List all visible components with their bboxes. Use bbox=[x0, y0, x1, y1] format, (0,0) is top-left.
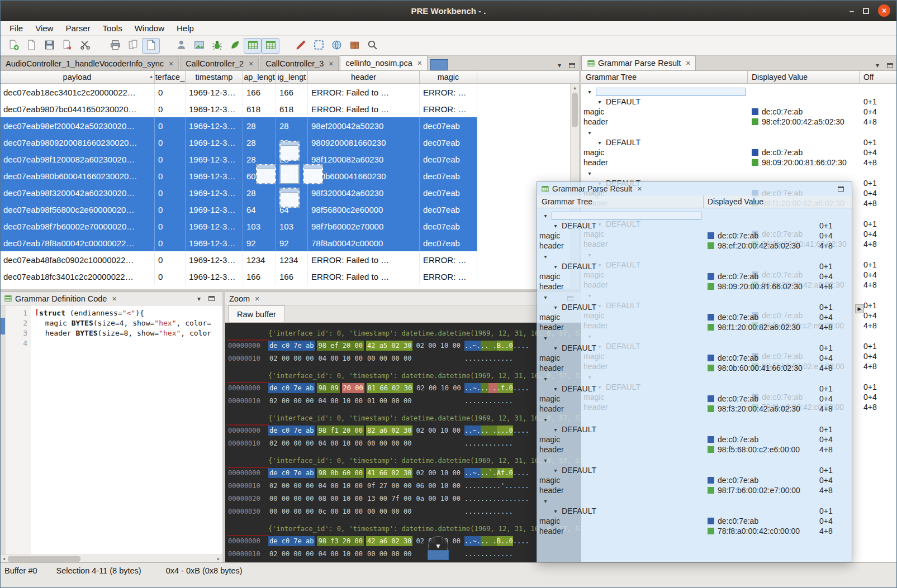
chevron-down-icon[interactable]: ▾ bbox=[542, 417, 549, 423]
copy-button[interactable] bbox=[124, 38, 142, 54]
hex-line[interactable]: 00000000de c0 7e ab98 f3 20 0042 a6 02 3… bbox=[225, 536, 581, 548]
panel-menu-button[interactable]: ▾ bbox=[194, 294, 204, 304]
tab-audiocontroller-1-handlevocoderinfo-sync[interactable]: AudioController_1_handleVocoderInfo_sync… bbox=[0, 56, 179, 70]
debug-ant-button[interactable] bbox=[208, 38, 226, 54]
tree-field-row-magic[interactable]: magicde:c0:7e:ab0+4 bbox=[537, 516, 852, 526]
tree-toggle-row[interactable]: ▾ bbox=[581, 168, 897, 178]
tree-node-row[interactable]: ▾DEFAULT0+1 bbox=[537, 261, 852, 271]
tree-field-row-header[interactable]: header98:f5:68:00:c2:e6:00:004+8 bbox=[537, 444, 852, 455]
hex-line[interactable]: 00000000de c0 7e ab98 0920 0081 66 02 30… bbox=[225, 383, 581, 395]
close-button[interactable]: × bbox=[878, 4, 890, 17]
tree-toggle-row[interactable]: ▾ bbox=[537, 414, 852, 424]
selection-frame-button[interactable] bbox=[310, 38, 328, 54]
save-button[interactable] bbox=[40, 38, 58, 54]
chevron-down-icon[interactable]: ▾ bbox=[542, 498, 549, 504]
code-editor[interactable]: 1234 struct (endianness="<"){ magic BYTE… bbox=[0, 305, 222, 555]
chevron-down-icon[interactable]: ▾ bbox=[586, 89, 594, 95]
code-line[interactable]: struct (endianness="<"){ bbox=[36, 308, 211, 318]
tree-toggle-row[interactable]: ▾ bbox=[537, 251, 852, 261]
print-button[interactable] bbox=[106, 38, 124, 54]
code-line[interactable]: header BYTES(size=8, show="hex", color bbox=[36, 328, 211, 338]
table-row[interactable]: dec07eab48fa8c0902c10000022…01969-12-3…1… bbox=[0, 251, 579, 268]
tree-node-row[interactable]: ▾DEFAULT0+1 bbox=[537, 343, 852, 353]
chevron-down-icon[interactable]: ▾ bbox=[542, 213, 549, 219]
maximize-button[interactable] bbox=[863, 8, 869, 14]
search-button[interactable] bbox=[363, 38, 381, 54]
hex-line[interactable]: 0000002000 00 00 0008 00 10 0013 00 7f 0… bbox=[225, 493, 581, 506]
table-row[interactable]: dec07eab98f7b60002e70000020…01969-12-3…1… bbox=[0, 218, 579, 235]
tree-toggle-row[interactable]: ▾ bbox=[581, 127, 897, 137]
tree-field-row-magic[interactable]: magicde:c0:7e:ab0+4 bbox=[537, 271, 852, 281]
tree-field-row-header[interactable]: header98:f7:b6:00:02:e7:00:004+8 bbox=[537, 485, 852, 495]
zoom-panel-header[interactable]: Zoom × bbox=[225, 292, 581, 305]
code-line[interactable]: magic BYTES(size=4, show="hex", color= bbox=[36, 318, 211, 328]
dock-target-bottom[interactable] bbox=[279, 188, 300, 208]
menu-help[interactable]: Help bbox=[170, 22, 200, 34]
hex-line[interactable]: 0000001002 00 00 0004 00 10 0000 00 00 0… bbox=[225, 438, 581, 451]
tab-raw-buffer[interactable]: Raw buffer bbox=[228, 305, 285, 322]
tree-node-row[interactable]: ▾DEFAULT0+1 bbox=[581, 137, 897, 147]
toggle-preview-button[interactable] bbox=[142, 38, 160, 54]
tree-node-row[interactable]: ▾DEFAULT0+1 bbox=[581, 97, 897, 107]
chevron-down-icon[interactable]: ▾ bbox=[596, 99, 604, 105]
tree-toggle-row[interactable]: ▾ bbox=[537, 333, 852, 343]
close-icon[interactable]: × bbox=[249, 59, 253, 68]
chevron-down-icon[interactable]: ▾ bbox=[586, 130, 594, 136]
dock-target-top[interactable] bbox=[279, 141, 300, 161]
column-header-timestamp[interactable]: timestamp bbox=[186, 71, 243, 83]
chevron-down-icon[interactable]: ▾ bbox=[542, 294, 549, 300]
tree-node-row[interactable]: ▾DEFAULT0+1 bbox=[537, 221, 852, 231]
column-header-header[interactable]: header bbox=[308, 71, 420, 83]
chevron-down-icon[interactable]: ▾ bbox=[552, 304, 559, 310]
menu-file[interactable]: File bbox=[3, 22, 29, 34]
tree-field-row-header[interactable]: header98:f3:20:00:42:a6:02:304+8 bbox=[537, 404, 852, 414]
hex-line[interactable]: 0000001002 00 00 0004 00 10 0000 00 00 0… bbox=[225, 548, 581, 561]
hex-view[interactable]: {'interface_id': 0, 'timestamp': datetim… bbox=[225, 323, 581, 563]
column-header-ap-lengt[interactable]: ap_lengt bbox=[243, 71, 276, 83]
hex-line[interactable]: 00000000de c0 7e ab98 f1 20 0082 a6 02 3… bbox=[225, 425, 581, 438]
tab-menu-button[interactable]: ▾ bbox=[554, 60, 564, 70]
open-file-button[interactable] bbox=[22, 38, 40, 54]
tree-node-row[interactable]: ▾DEFAULT0+1 bbox=[537, 424, 852, 434]
table-view-button[interactable] bbox=[244, 38, 262, 54]
tree-field-row-header[interactable]: header98:0b:60:00:41:66:02:304+8 bbox=[537, 363, 852, 373]
run-grammar-button[interactable] bbox=[226, 38, 244, 54]
scroll-right-button[interactable]: ▶ bbox=[855, 304, 864, 313]
chevron-down-icon[interactable]: ▾ bbox=[552, 427, 559, 433]
floating-grammar-parse-result[interactable]: Grammar Parse Result × Grammar Tree Disp… bbox=[537, 181, 852, 562]
code-lines[interactable]: struct (endianness="<"){ magic BYTES(siz… bbox=[31, 305, 211, 555]
hex-line[interactable]: 0000001002 00 00 0004 00 10 000f 27 00 0… bbox=[225, 480, 581, 493]
capture-image-button[interactable] bbox=[190, 38, 208, 54]
menu-parser[interactable]: Parser bbox=[59, 22, 96, 34]
close-icon[interactable]: × bbox=[329, 59, 333, 68]
hex-line[interactable]: 0000003000 00 00 000c 00 10 0000 00 00 0… bbox=[225, 506, 581, 519]
tree-node-row[interactable]: ▾DEFAULT0+1 bbox=[537, 465, 852, 475]
column-displayed-value[interactable]: Displayed Value bbox=[752, 73, 808, 82]
tree-toggle-row[interactable]: ▾ bbox=[537, 374, 852, 384]
floating-panel-titlebar[interactable]: Grammar Parse Result × bbox=[537, 182, 852, 195]
scroll-right-icon[interactable]: ▸ bbox=[215, 556, 222, 561]
hex-line[interactable]: 00000000de c0 7e ab98 ef 20 0042 a5 02 3… bbox=[225, 340, 581, 353]
titlebar[interactable]: PRE Workbench - . – × bbox=[0, 0, 897, 21]
table-row[interactable]: dec07eab9807bc0441650230020…01969-12-3…6… bbox=[0, 101, 579, 117]
panel-detach-button[interactable] bbox=[885, 60, 895, 70]
chevron-down-icon[interactable]: ▾ bbox=[542, 457, 549, 463]
tree-field-row-magic[interactable]: magicde:c0:7e:ab0+4 bbox=[537, 394, 852, 404]
hex-line[interactable]: 00000000de c0 7e ab98 0b 60 0041 66 02 3… bbox=[225, 467, 581, 480]
menu-tools[interactable]: Tools bbox=[97, 22, 129, 34]
hex-line[interactable]: 0000001002 00 00 0004 00 10 0001 00 00 0… bbox=[225, 395, 581, 408]
table-row[interactable]: dec07eab98ef200042a50230020…01969-12-3…2… bbox=[0, 117, 579, 134]
chevron-down-icon[interactable]: ▾ bbox=[552, 264, 559, 270]
column-header-payload[interactable]: payload▴ bbox=[0, 71, 155, 83]
tree-node-row[interactable]: ▾DEFAULT0+1 bbox=[537, 506, 852, 516]
tree-field-row-magic[interactable]: magicde:c0:7e:ab0+4 bbox=[537, 353, 852, 363]
chevron-down-icon[interactable]: ▾ bbox=[586, 170, 594, 176]
code-panel-header[interactable]: Grammar Definition Code × ▾ bbox=[0, 292, 222, 305]
horizontal-scrollbar[interactable]: ◂ ▸ bbox=[0, 554, 222, 562]
tree-field-row-magic[interactable]: magicde:c0:7e:ab0+4 bbox=[581, 147, 897, 157]
code-line[interactable] bbox=[36, 338, 211, 348]
package-button[interactable] bbox=[345, 38, 363, 54]
scroll-left-icon[interactable]: ◂ bbox=[0, 556, 8, 561]
column-displayed-value[interactable]: Displayed Value bbox=[708, 197, 763, 206]
tree-node-row[interactable]: ▾DEFAULT0+1 bbox=[537, 384, 852, 394]
